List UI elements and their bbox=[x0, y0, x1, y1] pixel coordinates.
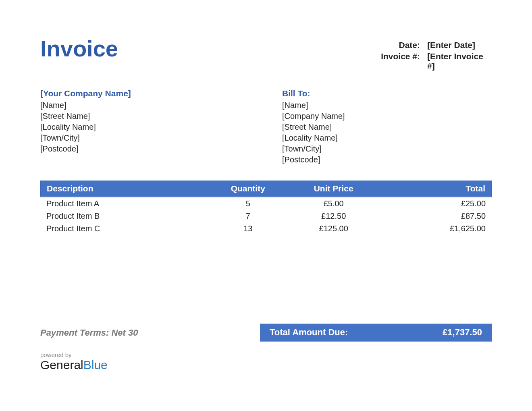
header-total: Total bbox=[383, 181, 491, 197]
meta-date-label: Date: bbox=[372, 40, 420, 50]
payment-terms: Payment Terms: Net 30 bbox=[40, 328, 260, 338]
page-title: Invoice bbox=[40, 36, 118, 61]
cell-unit-price: £5.00 bbox=[284, 197, 383, 210]
bill-to-line: [Street Name] bbox=[282, 122, 492, 132]
invoice-meta: Date: [Enter Date] Invoice #: [Enter Inv… bbox=[372, 40, 492, 73]
header-quantity: Quantity bbox=[212, 181, 284, 197]
cell-total: £25.00 bbox=[383, 197, 491, 210]
from-line: [Name] bbox=[40, 101, 282, 110]
cell-description: Product Item A bbox=[41, 197, 212, 210]
cell-quantity: 7 bbox=[212, 210, 284, 222]
cell-unit-price: £125.00 bbox=[284, 222, 383, 235]
cell-description: Product Item C bbox=[41, 222, 212, 235]
powered-by-text: powered by bbox=[40, 351, 492, 358]
from-line: [Street Name] bbox=[40, 112, 282, 121]
from-line: [Town/City] bbox=[40, 133, 282, 143]
bill-to-line: [Company Name] bbox=[282, 112, 492, 121]
bill-to-line: [Locality Name] bbox=[282, 133, 492, 143]
meta-invoice-no-label: Invoice #: bbox=[372, 52, 420, 71]
line-items-table: Description Quantity Unit Price Total Pr… bbox=[40, 181, 492, 235]
addresses: [Your Company Name] [Name] [Street Name]… bbox=[40, 89, 492, 166]
cell-unit-price: £12.50 bbox=[284, 210, 383, 222]
bill-to-address: Bill To: [Name] [Company Name] [Street N… bbox=[282, 89, 492, 166]
logo: powered by GeneralBlue bbox=[40, 351, 492, 371]
total-due-value: £1,737.50 bbox=[443, 327, 482, 338]
invoice-document: Invoice Date: [Enter Date] Invoice #: [E… bbox=[0, 0, 532, 395]
logo-name: GeneralBlue bbox=[40, 359, 492, 371]
logo-name-blue: Blue bbox=[83, 358, 108, 372]
from-line: [Postcode] bbox=[40, 144, 282, 154]
bill-to-line: [Postcode] bbox=[282, 155, 492, 164]
header-description: Description bbox=[41, 181, 212, 197]
bill-to-line: [Town/City] bbox=[282, 144, 492, 154]
table-row: Product Item C 13 £125.00 £1,625.00 bbox=[41, 222, 491, 235]
footer-row: Payment Terms: Net 30 Total Amount Due: … bbox=[40, 324, 492, 342]
meta-date-row: Date: [Enter Date] bbox=[372, 40, 492, 50]
cell-description: Product Item B bbox=[41, 210, 212, 222]
bill-to-line: [Name] bbox=[282, 101, 492, 110]
logo-name-general: General bbox=[40, 358, 83, 372]
from-address: [Your Company Name] [Name] [Street Name]… bbox=[40, 89, 282, 166]
total-amount-due: Total Amount Due: £1,737.50 bbox=[260, 324, 492, 342]
header-unit-price: Unit Price bbox=[284, 181, 383, 197]
meta-date-value: [Enter Date] bbox=[427, 40, 492, 50]
cell-quantity: 13 bbox=[212, 222, 284, 235]
meta-invoice-no-row: Invoice #: [Enter Invoice #] bbox=[372, 52, 492, 71]
from-heading: [Your Company Name] bbox=[40, 89, 282, 98]
from-line: [Locality Name] bbox=[40, 122, 282, 132]
total-due-label: Total Amount Due: bbox=[270, 327, 348, 338]
header-row: Invoice Date: [Enter Date] Invoice #: [E… bbox=[40, 36, 492, 73]
bill-to-heading: Bill To: bbox=[282, 89, 492, 98]
cell-total: £1,625.00 bbox=[383, 222, 491, 235]
table-row: Product Item A 5 £5.00 £25.00 bbox=[41, 197, 491, 210]
meta-invoice-no-value: [Enter Invoice #] bbox=[427, 52, 492, 71]
cell-total: £87.50 bbox=[383, 210, 491, 222]
table-header-row: Description Quantity Unit Price Total bbox=[41, 181, 491, 197]
cell-quantity: 5 bbox=[212, 197, 284, 210]
table-row: Product Item B 7 £12.50 £87.50 bbox=[41, 210, 491, 222]
